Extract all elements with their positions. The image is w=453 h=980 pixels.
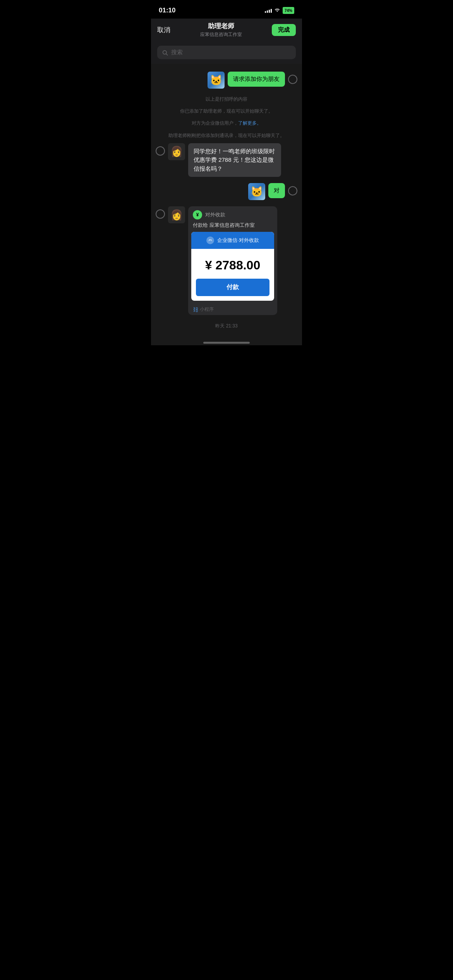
payment-inner-title: 企业微信·对外收款 — [217, 237, 259, 244]
payment-header: ¥ 对外收款 — [188, 206, 277, 222]
home-indicator-bar — [203, 342, 250, 344]
wechat-work-icon — [206, 236, 214, 244]
payment-inner-header: 企业微信·对外收款 — [191, 232, 274, 249]
miniprogram-icon: ⛓ — [193, 307, 198, 313]
search-input-wrap[interactable]: 搜索 — [157, 46, 296, 59]
message-checkbox-1[interactable] — [288, 75, 297, 84]
payment-to: 付款给 应苯信息咨询工作室 — [188, 222, 277, 232]
avatar-woman-2: 👩 — [168, 206, 185, 223]
status-icons: 74% — [265, 7, 294, 14]
yuan-icon: ¥ — [193, 210, 202, 219]
payment-button[interactable]: 付款 — [196, 279, 269, 296]
status-bar: 01:10 74% — [151, 0, 302, 19]
message-row-3: 对 🐱 — [151, 182, 302, 202]
chat-area: 请求添加你为朋友 🐱 以上是打招呼的内容 你已添加了助理老师，现在可以开始聊天了… — [151, 64, 302, 339]
payment-inner: 企业微信·对外收款 ¥ 2788.00 付款 — [191, 232, 274, 301]
learn-more-link[interactable]: 了解更多。 — [238, 120, 261, 126]
nav-subtitle: 应苯信息咨询工作室 — [200, 31, 242, 38]
nav-title: 助理老师 — [200, 22, 242, 31]
home-indicator — [151, 339, 302, 345]
payment-amount-area: ¥ 2788.00 — [191, 249, 274, 279]
message-bubble-2: 同学您好！一鸣老师的班级限时优惠学费 2788 元！您这边是微信报名吗？ — [188, 143, 281, 177]
status-time: 01:10 — [159, 7, 175, 14]
message-bubble-3: 对 — [268, 183, 285, 198]
signal-icon — [265, 8, 272, 13]
message-row-2: 👩 同学您好！一鸣老师的班级限时优惠学费 2788 元！您这边是微信报名吗？ — [151, 142, 302, 179]
payment-card: ¥ 对外收款 付款给 应苯信息咨询工作室 企业微信·对外收款 — [188, 206, 277, 315]
message-checkbox-2[interactable] — [156, 146, 165, 156]
miniprogram-label: 小程序 — [200, 306, 214, 313]
system-message-contacts: 助理老师刚刚把你添加到通讯录，现在可以开始聊天了。 — [151, 130, 302, 142]
avatar-woman-1: 👩 — [168, 143, 185, 160]
payment-label: 对外收款 — [205, 211, 225, 218]
cancel-button[interactable]: 取消 — [157, 26, 170, 34]
wifi-icon — [274, 8, 280, 13]
system-message-added: 你已添加了助理老师，现在可以开始聊天了。 — [151, 105, 302, 117]
message-row-1: 请求添加你为朋友 🐱 — [151, 70, 302, 90]
message-checkbox-4[interactable] — [156, 209, 165, 219]
avatar-doraemon-2: 🐱 — [248, 183, 265, 200]
message-checkbox-3[interactable] — [288, 186, 297, 195]
timestamp-bar: 昨天 21:33 — [151, 320, 302, 332]
search-placeholder: 搜索 — [171, 49, 183, 56]
payment-amount: ¥ 2788.00 — [197, 258, 268, 272]
done-button[interactable]: 完成 — [272, 24, 296, 36]
message-bubble-1: 请求添加你为朋友 — [228, 72, 285, 87]
nav-title-block: 助理老师 应苯信息咨询工作室 — [200, 22, 242, 38]
message-row-4: 👩 ¥ 对外收款 付款给 应苯信息咨询工作室 — [151, 205, 302, 317]
miniprogram-hint: ⛓ 小程序 — [188, 304, 277, 315]
avatar-doraemon-1: 🐱 — [208, 72, 225, 89]
system-message-greeting: 以上是打招呼的内容 — [151, 93, 302, 105]
search-bar: 搜索 — [151, 43, 302, 64]
battery-icon: 74% — [283, 7, 294, 14]
nav-bar: 取消 助理老师 应苯信息咨询工作室 完成 — [151, 19, 302, 43]
search-icon — [162, 50, 168, 56]
system-message-enterprise: 对方为企业微信用户，了解更多。 — [151, 117, 302, 129]
svg-line-1 — [166, 54, 168, 55]
